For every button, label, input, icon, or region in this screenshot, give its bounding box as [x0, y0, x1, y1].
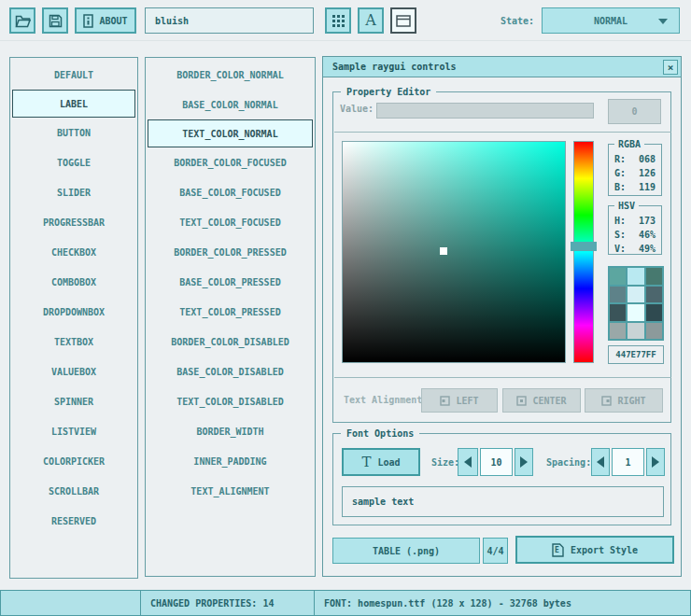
list-item-valuebox[interactable]: VALUEBOX [10, 357, 137, 386]
list-item-label-selected[interactable]: LABEL [12, 90, 135, 118]
color-swatch[interactable] [628, 268, 643, 285]
font-load-button[interactable]: T Load [342, 448, 420, 476]
list-item-reserved[interactable]: RESERVED [10, 506, 137, 536]
font-load-label: Load [377, 457, 400, 468]
rgba-group: RGBA R:068 G:126 B:119 [608, 144, 662, 196]
spacing-label: Spacing: [546, 457, 591, 468]
status-changed-properties: CHANGED PROPERTIES: 14 [140, 590, 315, 616]
about-button[interactable]: ABOUT [75, 7, 136, 34]
s-label: S: [614, 228, 626, 242]
spacing-increment-button[interactable] [646, 448, 665, 476]
property-editor-group-label: Property Editor [341, 87, 436, 97]
prop-border-color-focused[interactable]: BORDER_COLOR_FOCUSED [146, 147, 315, 177]
prop-text-color-pressed[interactable]: TEXT_COLOR_PRESSED [146, 297, 315, 327]
left-arrow-icon [597, 456, 604, 468]
h-value: 173 [639, 214, 656, 228]
list-item-scrollbar[interactable]: SCROLLBAR [10, 476, 137, 506]
hue-slider-handle[interactable] [571, 242, 597, 251]
size-value-box[interactable]: 10 [480, 448, 513, 476]
list-item-default[interactable]: DEFAULT [10, 60, 137, 90]
export-table-button[interactable]: TABLE (.png) [332, 538, 480, 564]
list-item-listview[interactable]: LISTVIEW [10, 416, 137, 446]
state-dropdown[interactable]: NORMAL [542, 7, 680, 34]
style-name-input[interactable] [145, 7, 314, 34]
color-swatches-grid [608, 266, 664, 341]
prop-inner-padding[interactable]: INNER_PADDING [146, 446, 315, 476]
prop-base-color-disabled[interactable]: BASE_COLOR_DISABLED [146, 357, 315, 386]
align-left-label: LEFT [456, 396, 478, 406]
size-decrement-button[interactable] [458, 448, 478, 476]
r-label: R: [614, 152, 626, 166]
r-value: 068 [639, 152, 656, 166]
b-value: 119 [639, 180, 656, 194]
color-swatch[interactable] [610, 287, 626, 303]
prop-border-color-disabled[interactable]: BORDER_COLOR_DISABLED [146, 327, 315, 357]
color-swatch[interactable] [628, 323, 643, 340]
color-swatch[interactable] [610, 304, 626, 321]
open-file-button[interactable] [9, 7, 35, 34]
rgba-group-label: RGBA [614, 139, 644, 149]
prop-text-color-focused[interactable]: TEXT_COLOR_FOCUSED [146, 207, 315, 237]
style-table-view-button[interactable] [325, 7, 351, 34]
list-item-slider[interactable]: SLIDER [10, 177, 137, 207]
table-pages-value: 4/4 [487, 546, 503, 556]
table-pages-button[interactable]: 4/4 [483, 538, 508, 564]
color-swatch[interactable] [610, 268, 626, 285]
prop-base-color-pressed[interactable]: BASE_COLOR_PRESSED [146, 267, 315, 297]
size-value: 10 [490, 457, 501, 468]
value-slider [376, 103, 594, 119]
font-view-button[interactable]: A [358, 7, 384, 34]
color-swatch[interactable] [628, 287, 643, 303]
list-item-checkbox[interactable]: CHECKBOX [10, 237, 137, 267]
prop-base-color-focused[interactable]: BASE_COLOR_FOCUSED [146, 177, 315, 207]
color-swatch[interactable] [646, 268, 662, 285]
color-saturation-value-panel[interactable] [342, 141, 566, 363]
sample-text-box[interactable]: sample text [342, 486, 664, 517]
color-swatch[interactable] [628, 304, 643, 321]
hsv-group: HSV H:173 S:46% V:49% [608, 205, 662, 255]
hex-value: 447E77FF [615, 350, 656, 359]
align-right-button: RIGHT [585, 388, 663, 413]
window-titlebar[interactable]: Sample raygui controls × [323, 57, 681, 77]
spacing-value-box[interactable]: 1 [612, 448, 644, 476]
list-item-progressbar[interactable]: PROGRESSBAR [10, 207, 137, 237]
divider [334, 132, 671, 133]
v-value: 49% [639, 242, 656, 256]
hue-slider[interactable] [573, 141, 594, 363]
list-item-spinner[interactable]: SPINNER [10, 386, 137, 416]
list-item-toggle[interactable]: TOGGLE [10, 147, 137, 177]
status-bar: CHANGED PROPERTIES: 14 FONT: homespun.tt… [0, 590, 691, 616]
size-increment-button[interactable] [515, 448, 533, 476]
spacing-decrement-button[interactable] [591, 448, 610, 476]
list-item-combobox[interactable]: COMBOBOX [10, 267, 137, 297]
prop-text-alignment[interactable]: TEXT_ALIGNMENT [146, 476, 315, 506]
save-file-button[interactable] [42, 7, 68, 34]
close-button[interactable]: × [663, 60, 678, 75]
color-swatch[interactable] [646, 323, 662, 340]
divider [334, 377, 671, 378]
prop-text-color-disabled[interactable]: TEXT_COLOR_DISABLED [146, 386, 315, 416]
prop-border-color-pressed[interactable]: BORDER_COLOR_PRESSED [146, 237, 315, 267]
prop-border-color-normal[interactable]: BORDER_COLOR_NORMAL [146, 60, 315, 90]
state-dropdown-value: NORMAL [594, 16, 628, 26]
grid-icon [332, 15, 345, 27]
value-label: Value: [340, 104, 374, 114]
right-arrow-icon [520, 456, 528, 468]
sample-controls-window: Sample raygui controls × Property Editor… [322, 56, 682, 577]
color-swatch[interactable] [646, 304, 662, 321]
folder-open-icon [15, 14, 31, 28]
color-swatch[interactable] [610, 323, 626, 340]
list-item-colorpicker[interactable]: COLORPICKER [10, 446, 137, 476]
hex-value-box[interactable]: 447E77FF [608, 345, 664, 364]
list-item-dropdownbox[interactable]: DROPDOWNBOX [10, 297, 137, 327]
export-style-button[interactable]: E Export Style [515, 536, 674, 564]
prop-border-width[interactable]: BORDER_WIDTH [146, 416, 315, 446]
list-item-button[interactable]: BUTTON [10, 118, 137, 147]
list-item-textbox[interactable]: TEXTBOX [10, 327, 137, 357]
prop-base-color-normal[interactable]: BASE_COLOR_NORMAL [146, 90, 315, 119]
s-value: 46% [639, 228, 656, 242]
sample-window-toggle-button[interactable] [390, 7, 416, 34]
h-label: H: [614, 214, 626, 228]
color-swatch[interactable] [646, 287, 662, 303]
prop-text-color-normal-selected[interactable]: TEXT_COLOR_NORMAL [148, 119, 313, 147]
